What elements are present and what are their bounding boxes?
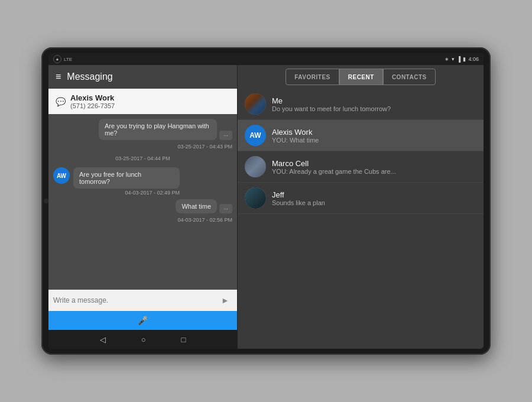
contact-info: Alexis Work (571) 226-7357 [70, 93, 115, 109]
message-time-3: 04-03-2017 - 02:56 PM [53, 217, 232, 223]
contact-list: Me Do you want to meet for lunch tomorro… [238, 89, 484, 349]
contact-item-alexis[interactable]: AW Alexis Work YOU: What time [238, 120, 484, 151]
avatar-marco [245, 156, 266, 177]
tab-recent[interactable]: RECENT [339, 69, 383, 85]
message-status-icon-2: ··· [219, 204, 232, 213]
contact-details-alexis: Alexis Work YOU: What time [272, 128, 476, 144]
contact-name: Alexis Work [70, 93, 115, 102]
back-button[interactable]: ◁ [100, 335, 106, 344]
status-indicator: ● [53, 55, 61, 63]
contact-preview-me: Do you want to meet for lunch tomorrow? [272, 105, 476, 112]
avatar-alexis: AW [245, 125, 266, 146]
contact-number: (571) 226-7357 [70, 102, 115, 109]
message-group-1: Are you trying to play Hangman with me? … [53, 119, 232, 150]
contact-preview-marco: YOU: Already a great game the Cubs are..… [272, 168, 476, 175]
input-bar: ► [48, 290, 237, 311]
send-button[interactable]: ► [218, 293, 232, 307]
contact-preview-alexis: YOU: What time [272, 137, 476, 144]
contact-name-marco: Marco Cell [272, 159, 476, 168]
tab-bar: FAVORITES RECENT CONTACTS [238, 65, 484, 89]
message-time-2: 04-03-2017 - 02:49 PM [73, 190, 180, 196]
status-bar: ● LTE ∗ ▾ ▐ ▮ 4:06 [48, 53, 484, 65]
message-text-1: Are you trying to play Hangman with me? [105, 122, 209, 137]
status-left: ● LTE [53, 55, 72, 63]
contact-header: 💬 Alexis Work (571) 226-7357 [48, 89, 237, 114]
message-outgoing-1: Are you trying to play Hangman with me? … [99, 119, 232, 140]
contact-details-me: Me Do you want to meet for lunch tomorro… [272, 96, 476, 112]
avatar-photo-marco [245, 156, 266, 177]
contact-item-me[interactable]: Me Do you want to meet for lunch tomorro… [238, 89, 484, 120]
mic-icon: 🎤 [138, 316, 148, 325]
message-bubble-3: What time [176, 199, 217, 213]
nav-bar: ◁ ○ □ [48, 330, 237, 349]
message-text-3: What time [181, 203, 211, 210]
tab-favorites[interactable]: FAVORITES [286, 69, 339, 85]
chat-bubble-icon: 💬 [56, 97, 66, 106]
message-status-icon-1: ··· [219, 131, 232, 140]
signal-icon: ▐ [457, 56, 460, 62]
recent-button[interactable]: □ [181, 335, 186, 344]
message-time-1: 03-25-2017 - 04:43 PM [53, 144, 232, 150]
contact-item-jeff[interactable]: Jeff Sounds like a plan [238, 183, 484, 214]
contact-details-marco: Marco Cell YOU: Already a great game the… [272, 159, 476, 175]
bluetooth-icon: ∗ [445, 56, 449, 62]
tablet-screen: ● LTE ∗ ▾ ▐ ▮ 4:06 ≡ Messaging [48, 53, 484, 349]
message-incoming-1: AW Are you free for lunch tomorrow? 04-0… [53, 167, 180, 196]
contact-details-jeff: Jeff Sounds like a plan [272, 190, 476, 206]
contact-name-me: Me [272, 96, 476, 105]
avatar-photo-me [245, 93, 266, 115]
app-header: ≡ Messaging [48, 65, 237, 89]
avatar-me [245, 93, 266, 115]
message-outgoing-2: What time ··· [176, 199, 232, 213]
hamburger-icon[interactable]: ≡ [56, 72, 61, 82]
incoming-content: Are you free for lunch tomorrow? 04-03-2… [73, 167, 180, 196]
messages-area: Are you trying to play Hangman with me? … [48, 114, 237, 290]
right-pane: FAVORITES RECENT CONTACTS Me Do you want… [238, 65, 484, 349]
tablet-shell: ● LTE ∗ ▾ ▐ ▮ 4:06 ≡ Messaging [41, 47, 491, 355]
carrier-text: LTE [64, 57, 72, 62]
message-bubble-2: Are you free for lunch tomorrow? [73, 167, 180, 189]
contact-item-marco[interactable]: Marco Cell YOU: Already a great game the… [238, 151, 484, 183]
avatar-jeff [245, 187, 266, 209]
time-display: 4:06 [468, 56, 479, 62]
message-input[interactable] [53, 296, 215, 304]
circle-icon: ● [56, 57, 59, 62]
status-right: ∗ ▾ ▐ ▮ 4:06 [445, 56, 479, 62]
wifi-icon: ▾ [452, 56, 455, 62]
message-group-3: What time ··· 04-03-2017 - 02:56 PM [53, 199, 232, 223]
contact-preview-jeff: Sounds like a plan [272, 199, 476, 206]
tab-contacts[interactable]: CONTACTS [383, 69, 436, 85]
date-separator: 03-25-2017 - 04:44 PM [53, 155, 232, 161]
voice-bar[interactable]: 🎤 [48, 311, 237, 330]
left-pane: ≡ Messaging 💬 Alexis Work (571) 226-7357 [48, 65, 238, 349]
message-bubble-1: Are you trying to play Hangman with me? [99, 119, 217, 140]
contact-name-alexis: Alexis Work [272, 128, 476, 137]
avatar-photo-jeff [245, 187, 266, 209]
battery-icon: ▮ [463, 56, 466, 62]
message-group-2: AW Are you free for lunch tomorrow? 04-0… [53, 167, 232, 196]
app-title: Messaging [67, 72, 112, 82]
app-area: ≡ Messaging 💬 Alexis Work (571) 226-7357 [48, 65, 484, 349]
contact-name-jeff: Jeff [272, 190, 476, 199]
home-button[interactable]: ○ [141, 335, 146, 344]
avatar-aw: AW [53, 167, 70, 184]
message-text-2: Are you free for lunch tomorrow? [79, 171, 141, 185]
